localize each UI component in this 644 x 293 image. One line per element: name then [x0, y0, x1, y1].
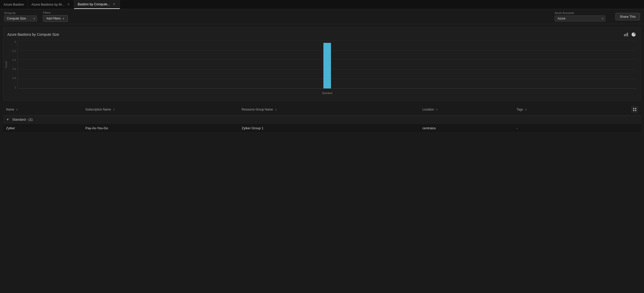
- cell-name: Zylker: [3, 124, 82, 133]
- svg-rect-4: [635, 108, 636, 109]
- chart-view-icons: [623, 31, 637, 38]
- svg-rect-1: [626, 33, 627, 36]
- y-axis-tick-1: 1: [14, 86, 16, 89]
- table-layout-icon[interactable]: [631, 106, 638, 113]
- svg-rect-3: [633, 108, 634, 109]
- azure-accounts-select[interactable]: Azure: [555, 15, 605, 22]
- filters-label: Filters: [43, 11, 68, 14]
- tab-label: Azure Bastions by M...: [31, 3, 64, 6]
- group-by-label: Group by: [4, 11, 37, 14]
- chart-title: Azure Bastions by Compute Size: [7, 32, 59, 36]
- azure-accounts-select-wrapper: Azure ▾: [555, 15, 605, 22]
- tab-label: Azure Bastion: [4, 3, 24, 6]
- col-header-name[interactable]: Name ⇅: [3, 104, 82, 116]
- group-label: Standard - (1): [12, 118, 33, 121]
- y-axis-tick-0.8: 0.8: [12, 77, 16, 80]
- group-by-select[interactable]: Compute Size: [4, 15, 37, 22]
- cell-location: centralus: [420, 124, 514, 133]
- table-header: Name ⇅ Subscription Name ⇅ Resource Grou…: [3, 104, 641, 116]
- close-icon[interactable]: ✕: [112, 2, 116, 6]
- controls-bar: Group by Compute Size ▾ Filters Add Filt…: [0, 9, 644, 24]
- tab-azure-bastions-by-m[interactable]: Azure Bastions by M... ✕: [28, 0, 74, 9]
- col-header-subscription[interactable]: Subscription Name ⇅: [82, 104, 239, 116]
- y-axis-tick-0.4: 0.4: [12, 59, 16, 62]
- group-row-standard: ▼ Standard - (1): [3, 116, 641, 124]
- sort-icon: ⇅: [113, 108, 115, 111]
- sort-icon: ⇅: [275, 108, 277, 111]
- plus-icon: +: [62, 16, 64, 21]
- table-row[interactable]: Zylker Pay-As-You-Go Zylker Group 1 cent…: [3, 124, 641, 133]
- add-filters-button[interactable]: Add Filters +: [43, 15, 68, 22]
- cell-actions: [585, 124, 641, 133]
- svg-rect-5: [633, 110, 634, 111]
- sort-icon: ⇅: [16, 108, 18, 111]
- bar-group-standard: Standard: [323, 43, 331, 88]
- col-header-tags[interactable]: Tags ⇅: [513, 104, 585, 116]
- y-axis-title: Count: [5, 61, 8, 68]
- close-icon[interactable]: ✕: [66, 3, 70, 7]
- y-axis: Count 1 0.8 0.6 0.4 0.2 0: [7, 41, 17, 89]
- chart-area: Standard: [17, 41, 637, 89]
- data-table: Name ⇅ Subscription Name ⇅ Resource Grou…: [3, 104, 641, 133]
- tab-bar: Azure Bastion Azure Bastions by M... ✕ B…: [0, 0, 644, 9]
- y-axis-tick-0.6: 0.6: [12, 68, 16, 70]
- bars-wrapper: Standard: [18, 41, 637, 88]
- bar-chart: Count 1 0.8 0.6 0.4 0.2 0 Standard: [7, 41, 637, 96]
- group-by-control: Group by Compute Size ▾: [4, 11, 37, 22]
- filters-control: Filters Add Filters +: [43, 11, 68, 22]
- svg-rect-2: [627, 33, 628, 36]
- azure-accounts-label: Azure Accounts: [555, 11, 605, 14]
- share-this-button[interactable]: Share This: [615, 13, 640, 20]
- tab-azure-bastion[interactable]: Azure Bastion: [0, 0, 28, 9]
- azure-accounts-control: Azure Accounts Azure ▾: [555, 11, 605, 22]
- svg-rect-6: [635, 110, 636, 111]
- bar-chart-icon[interactable]: [623, 31, 629, 38]
- sort-icon: ⇅: [436, 108, 438, 111]
- bar-label-standard: Standard: [322, 92, 333, 95]
- table-section: Name ⇅ Subscription Name ⇅ Resource Grou…: [3, 104, 641, 133]
- tab-bastion-by-compute[interactable]: Bastion by Compute... ✕: [74, 0, 120, 9]
- group-by-select-wrapper: Compute Size ▾: [4, 15, 37, 22]
- table-body: ▼ Standard - (1) Zylker Pay-As-You-Go Zy…: [3, 116, 641, 133]
- svg-rect-0: [624, 34, 625, 36]
- sort-icon: ⇅: [525, 108, 527, 111]
- tab-label: Bastion by Compute...: [78, 2, 110, 6]
- y-axis-tick-0: 0: [14, 41, 16, 43]
- col-header-resource-group[interactable]: Resource Group Name ⇅: [239, 104, 419, 116]
- chart-header: Azure Bastions by Compute Size: [7, 31, 637, 38]
- expand-icon[interactable]: ▼: [6, 118, 9, 121]
- add-filters-label: Add Filters: [46, 17, 61, 20]
- cell-subscription: Pay-As-You-Go: [82, 124, 239, 133]
- col-header-location[interactable]: Location ⇅: [420, 104, 514, 116]
- col-header-actions: [585, 104, 641, 116]
- pie-chart-icon[interactable]: [631, 31, 637, 38]
- chart-section: Azure Bastions by Compute Size C: [3, 27, 641, 101]
- bar-standard[interactable]: [323, 43, 331, 88]
- y-axis-tick-0.2: 0.2: [12, 50, 16, 52]
- cell-resource-group: Zylker Group 1: [239, 124, 419, 133]
- cell-tags: -: [513, 124, 585, 133]
